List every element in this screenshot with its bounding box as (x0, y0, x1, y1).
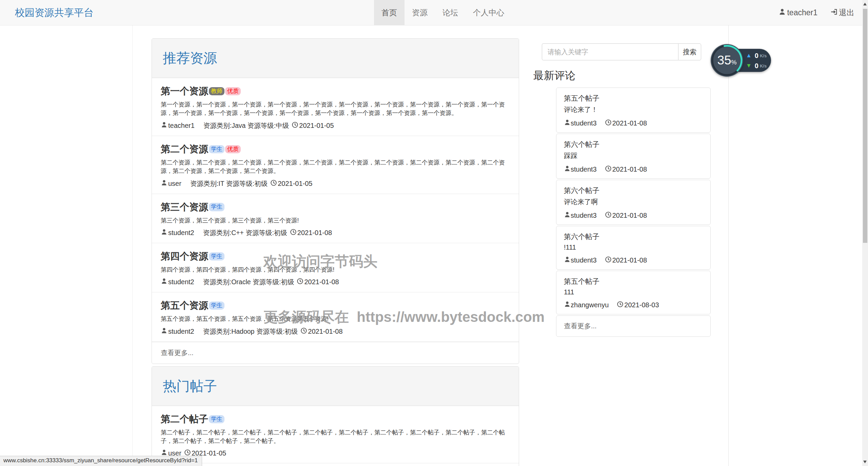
post-list-item[interactable]: 第二个帖子 学生 第二个帖子，第二个帖子，第二个帖子，第二个帖子，第二个帖子，第… (152, 406, 519, 463)
user-icon (564, 211, 571, 220)
clock-icon (297, 278, 303, 286)
scrollbar-down-arrow[interactable] (863, 461, 867, 463)
resource-title-row: 第五个资源 学生 (161, 299, 510, 312)
clock-icon (617, 301, 624, 309)
post-title-row: 第二个帖子 学生 (161, 413, 510, 426)
comment-post-title: 第五个帖子 (564, 277, 703, 286)
user-icon (161, 278, 167, 286)
resource-description: 第二个资源，第二个资源，第二个资源，第二个资源，第二个资源，第二个资源，第二个资… (161, 158, 510, 176)
role-badge: 学生 (209, 415, 224, 423)
nav-item[interactable]: 个人中心 (466, 0, 512, 25)
comment-card[interactable]: 第六个帖子 !111 student3 2021-01-08 (556, 226, 711, 270)
current-user[interactable]: teacher1 (778, 8, 817, 18)
resource-list-item[interactable]: 第二个资源 学生 优质 第二个资源，第二个资源，第二个资源，第二个资源，第二个资… (152, 136, 519, 194)
comment-date: 2021-08-03 (624, 301, 659, 309)
user-icon (778, 8, 786, 18)
page-scrollbar[interactable] (862, 0, 868, 466)
recommended-panel-heading: 推荐资源 (152, 39, 519, 78)
resource-meta-row: student2 资源类别:Hadoop 资源等级:初级 2021-01-08 (161, 327, 510, 336)
nav-item[interactable]: 首页 (374, 0, 405, 25)
comment-post-title: 第六个帖子 (564, 186, 703, 195)
hot-posts-panel-heading: 热门帖子 (152, 367, 519, 406)
resource-list-item[interactable]: 第一个资源 教师 优质 第一个资源，第一个资源，第一个资源，第一个资源，第一个资… (152, 78, 519, 136)
upload-speed-unit: K/s (760, 53, 767, 58)
role-badge: 教师 (209, 87, 224, 95)
resource-date: 2021-01-05 (299, 122, 334, 130)
search-input[interactable] (542, 43, 678, 60)
logout-button[interactable]: 退出 (830, 7, 854, 18)
resource-author: student2 (168, 229, 194, 237)
clock-icon (270, 179, 277, 188)
resource-description: 第四个资源，第四个资源，第四个资源，第四个资源，第四个资源! (161, 266, 510, 274)
user-icon (161, 327, 167, 336)
comment-date-wrap: 2021-01-08 (605, 165, 647, 174)
clock-icon (605, 165, 612, 174)
resource-meta-row: teacher1 资源类别:Java 资源等级:中级 2021-01-05 (161, 121, 510, 130)
comments-view-more-link[interactable]: 查看更多... (556, 315, 711, 337)
resource-title-row: 第四个资源 学生 (161, 250, 510, 263)
role-badge: 优质 (225, 87, 241, 95)
brand-title[interactable]: 校园资源共享平台 (15, 0, 94, 25)
navbar-right: teacher1 退出 (778, 0, 854, 25)
upload-arrow-icon: ▲ (746, 52, 752, 59)
comment-date-wrap: 2021-01-08 (605, 211, 647, 220)
nav-item[interactable]: 论坛 (435, 0, 466, 25)
comment-content: 评论来了啊 (564, 197, 703, 207)
role-badge: 学生 (209, 145, 224, 153)
resource-author: teacher1 (168, 122, 195, 130)
comment-date-wrap: 2021-01-08 (605, 256, 647, 265)
comment-card[interactable]: 第五个帖子 评论来了！ student3 2021-01-08 (556, 88, 711, 133)
top-navbar: 校园资源共享平台 首页 资源 论坛 个人中心 teacher1 (0, 0, 868, 25)
resources-view-more-link[interactable]: 查看更多... (152, 342, 519, 364)
resource-date-wrap: 2021-01-08 (297, 278, 339, 286)
logout-icon (830, 8, 838, 18)
resource-title-link[interactable]: 第四个资源 (161, 250, 208, 263)
resource-title-link[interactable]: 第二个资源 (161, 143, 208, 156)
comment-author: student3 (571, 166, 597, 173)
comment-meta-row: student3 2021-01-08 (564, 256, 703, 265)
resource-list-item[interactable]: 第五个资源 学生 第五个资源，第五个资源，第五个资源，第五个资源第五个资源! s… (152, 292, 519, 342)
comment-post-title: 第六个帖子 (564, 232, 703, 241)
resource-title-row: 第二个资源 学生 优质 (161, 143, 510, 156)
comment-author: student3 (571, 119, 597, 127)
comment-card[interactable]: 第六个帖子 踩踩 student3 2021-01-08 (556, 134, 711, 179)
resource-meta-row: user 资源类别:IT 资源等级:初级 2021-01-05 (161, 179, 510, 188)
resource-description: 第五个资源，第五个资源，第五个资源，第五个资源第五个资源! (161, 315, 510, 323)
resource-date: 2021-01-08 (297, 229, 332, 237)
resource-category-level: 资源类别:Java 资源等级:中级 (203, 121, 289, 130)
comment-meta-row: student3 2021-01-08 (564, 165, 703, 174)
logout-label: 退出 (839, 7, 854, 18)
resource-list-item[interactable]: 第四个资源 学生 第四个资源，第四个资源，第四个资源，第四个资源，第四个资源! … (152, 243, 519, 292)
comment-date-wrap: 2021-08-03 (617, 301, 659, 309)
download-speed-value: 0 (755, 62, 758, 70)
resource-category-level: 资源类别:Hadoop 资源等级:初级 (203, 327, 298, 336)
resource-author: student2 (168, 328, 194, 335)
resource-meta-row: student2 资源类别:C++ 资源等级:初级 2021-01-08 (161, 228, 510, 237)
scrollbar-up-arrow[interactable] (863, 3, 867, 5)
resource-date-wrap: 2021-01-05 (270, 179, 312, 188)
resource-list-item[interactable]: 第三个资源 学生 第三个资源，第三个资源，第三个资源，第三个资源! studen… (152, 194, 519, 243)
post-list-item[interactable]: 第一个帖子 教师 (152, 463, 519, 466)
resource-date-wrap: 2021-01-08 (300, 327, 342, 336)
resource-title-link[interactable]: 第五个资源 (161, 299, 208, 312)
resource-date: 2021-01-08 (304, 278, 339, 286)
resource-title-link[interactable]: 第一个资源 (161, 85, 208, 98)
resource-author: student2 (168, 278, 194, 286)
resource-date-wrap: 2021-01-05 (292, 121, 334, 130)
scrollbar-thumb[interactable] (863, 9, 867, 243)
post-meta-row: user 2021-01-05 (161, 449, 510, 458)
nav-item[interactable]: 资源 (405, 0, 435, 25)
resource-date: 2021-01-08 (308, 328, 342, 335)
search-button[interactable]: 搜索 (678, 43, 701, 60)
latest-comments-title: 最新评论 (533, 69, 575, 83)
download-progress-widget[interactable]: ▲ 0 K/s ▼ 0 K/s 35% (711, 44, 772, 77)
resource-title-link[interactable]: 第三个资源 (161, 201, 208, 214)
link-preview-statusbar: www.csbishe.cn:33333/ssm_ziyuan_share/re… (0, 456, 202, 466)
post-title-link[interactable]: 第二个帖子 (161, 413, 208, 426)
comment-card[interactable]: 第六个帖子 评论来了啊 student3 2021-01-08 (556, 180, 711, 225)
comment-card[interactable]: 第五个帖子 111 zhangwenyu 2021-08-03 (556, 271, 711, 314)
resource-date-wrap: 2021-01-08 (290, 229, 332, 237)
comment-author: student3 (571, 256, 597, 264)
comment-date: 2021-01-08 (612, 119, 647, 127)
comment-post-title: 第五个帖子 (564, 94, 703, 103)
